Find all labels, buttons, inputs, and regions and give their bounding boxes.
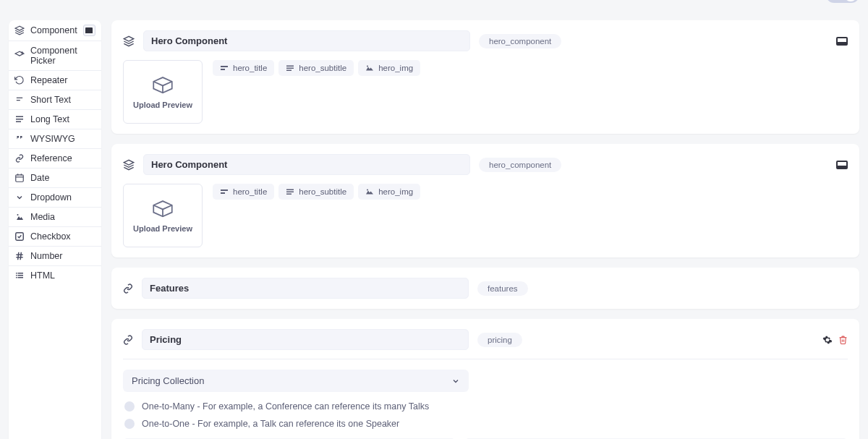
image-icon — [365, 188, 374, 195]
svg-marker-34 — [366, 67, 373, 71]
short-text-icon — [220, 64, 229, 72]
svg-rect-22 — [16, 273, 17, 274]
package-icon — [150, 74, 175, 95]
link-icon — [14, 153, 25, 163]
svg-line-20 — [18, 252, 19, 260]
sidebar-label: WYSIWYG — [30, 134, 75, 144]
link-icon — [123, 284, 133, 294]
long-text-icon — [286, 64, 294, 72]
hero-title-input[interactable] — [143, 30, 470, 51]
svg-rect-38 — [221, 192, 225, 194]
package-icon — [150, 198, 175, 218]
svg-rect-2 — [85, 31, 93, 33]
sidebar-label: Number — [30, 251, 62, 261]
toggle-knob — [844, 0, 857, 1]
sidebar-item-component-picker[interactable]: Component Picker — [9, 41, 101, 71]
upload-preview-box[interactable]: Upload Preview — [123, 184, 203, 247]
upload-preview-box[interactable]: Upload Preview — [123, 60, 203, 124]
quote-icon — [14, 134, 25, 144]
svg-marker-15 — [17, 216, 23, 220]
sidebar-item-repeater[interactable]: Repeater — [9, 71, 101, 90]
chevron-down-icon — [451, 377, 460, 385]
api-id-tag: pricing — [477, 333, 522, 347]
component-block-icon — [83, 25, 95, 36]
svg-rect-31 — [286, 66, 294, 67]
layers-icon — [123, 159, 135, 171]
gear-icon[interactable] — [822, 335, 833, 345]
radio-icon — [124, 419, 135, 429]
block-icon[interactable] — [836, 37, 848, 46]
svg-marker-42 — [366, 191, 373, 195]
sidebar-item-short-text[interactable]: Short Text — [9, 90, 101, 110]
list-icon — [14, 270, 25, 281]
calendar-icon — [14, 173, 25, 183]
svg-rect-32 — [286, 68, 294, 69]
features-panel: features — [111, 268, 859, 309]
field-pill-hero-img[interactable]: hero_img — [358, 184, 420, 200]
svg-rect-26 — [16, 277, 17, 278]
sidebar-item-number[interactable]: Number — [9, 247, 101, 266]
field-pill-hero-title[interactable]: hero_title — [213, 184, 274, 200]
hash-icon — [14, 251, 25, 261]
upload-label: Upload Preview — [133, 224, 192, 233]
pricing-title-input[interactable] — [142, 329, 469, 350]
sidebar-item-wysiwyg[interactable]: WYSIWYG — [9, 129, 101, 149]
svg-rect-27 — [18, 277, 24, 278]
svg-rect-24 — [16, 275, 17, 276]
sidebar-item-reference[interactable]: Reference — [9, 149, 101, 169]
sidebar-label: Checkbox — [30, 231, 71, 242]
short-text-icon — [14, 95, 25, 105]
svg-rect-29 — [221, 66, 228, 67]
sidebar-label: Dropdown — [30, 192, 72, 203]
sidebar-item-media[interactable]: Media — [9, 208, 101, 227]
collection-select[interactable]: Pricing Collection — [123, 370, 469, 392]
repeat-icon — [14, 75, 25, 85]
svg-line-21 — [20, 252, 21, 260]
main-column: hero_component Upload Preview hero_title — [111, 20, 859, 439]
block-icon[interactable] — [836, 161, 848, 169]
sidebar-item-long-text[interactable]: Long Text — [9, 110, 101, 129]
pricing-body: Pricing Collection One-to-Many - For exa… — [123, 359, 848, 439]
link-icon — [123, 335, 133, 345]
svg-marker-0 — [15, 26, 24, 30]
field-pill-hero-subtitle[interactable]: hero_subtitle — [278, 60, 354, 76]
svg-rect-6 — [17, 98, 22, 98]
svg-marker-36 — [124, 160, 133, 165]
hero-panel-1: hero_component Upload Preview hero_title — [111, 20, 859, 134]
chevron-down-icon — [14, 192, 25, 203]
checkbox-icon — [14, 231, 25, 242]
image-icon — [365, 64, 374, 72]
sidebar-label: HTML — [30, 270, 55, 281]
field-pill-hero-img[interactable]: hero_img — [358, 60, 420, 76]
sidebar-label: Component — [30, 25, 77, 35]
api-id-tag: hero_component — [479, 34, 561, 48]
sidebar-label: Date — [30, 173, 49, 183]
option-one-to-many[interactable]: One-to-Many - For example, a Conference … — [123, 398, 848, 415]
field-pill-hero-title[interactable]: hero_title — [213, 60, 274, 76]
sidebar-item-html[interactable]: HTML — [9, 266, 101, 285]
field-pill-hero-subtitle[interactable]: hero_subtitle — [278, 184, 354, 200]
svg-point-16 — [17, 214, 19, 216]
sidebar-item-component[interactable]: Component — [9, 20, 101, 41]
image-icon — [14, 212, 25, 222]
long-text-icon — [286, 188, 294, 195]
hero-title-input[interactable] — [143, 154, 470, 175]
svg-rect-39 — [286, 189, 294, 191]
publish-toggle[interactable] — [826, 0, 859, 3]
svg-marker-28 — [124, 36, 133, 41]
option-one-to-one[interactable]: One-to-One - For example, a Talk can ref… — [123, 415, 848, 432]
svg-point-35 — [367, 66, 368, 67]
svg-rect-30 — [221, 69, 225, 70]
features-title-input[interactable] — [142, 278, 469, 299]
sidebar-item-date[interactable]: Date — [9, 169, 101, 188]
sidebar-item-dropdown[interactable]: Dropdown — [9, 188, 101, 208]
api-id-tag: hero_component — [479, 158, 561, 172]
sidebar-item-checkbox[interactable]: Checkbox — [9, 227, 101, 247]
sidebar-label: Component Picker — [30, 46, 95, 66]
svg-rect-7 — [17, 100, 20, 101]
svg-point-43 — [367, 189, 368, 191]
trash-icon[interactable] — [838, 335, 848, 345]
sidebar-label: Short Text — [30, 95, 71, 105]
hero-fields-row: hero_title hero_subtitle hero_img — [213, 184, 420, 247]
hero-fields-row: hero_title hero_subtitle hero_img — [213, 60, 420, 124]
